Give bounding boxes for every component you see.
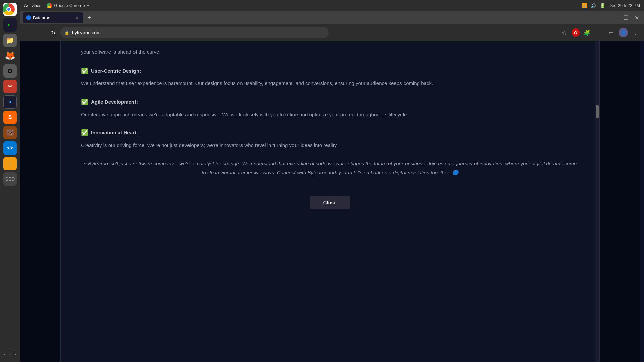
scrollbar[interactable] [595, 41, 599, 362]
sidebar-vscode-icon[interactable]: </> [3, 141, 17, 155]
new-tab-button[interactable]: + [85, 13, 94, 22]
sidebar-update-icon[interactable]: ↓ [3, 157, 17, 170]
profile-button[interactable]: 👤 [619, 28, 628, 37]
sidebar-scratch-icon[interactable]: ✏ [3, 80, 17, 93]
feature-2-title: Agile Development: [91, 98, 138, 106]
sidebar-kali-icon[interactable]: ✦ [3, 95, 17, 109]
browser-window: Activities Google Chrome ▾ 📶 🔊 🔋 Dec 29 … [20, 0, 644, 362]
sidebar-terminal-icon[interactable]: >_ [3, 18, 17, 32]
os-system-tray: 📶 🔊 🔋 Dec 29 5:22 PM [582, 3, 640, 8]
linux-sidebar: >_ 📁 🦊 ⚙ ✏ ✦ S 🐻 </> ↓ SSD ⋮⋮⋮ [0, 0, 20, 362]
sidebar-sublime-icon[interactable]: S [3, 111, 17, 124]
os-browser-label: Google Chrome ▾ [47, 3, 89, 8]
feature-2-description: Our iterative approach means we're adapt… [81, 110, 579, 119]
toolbar-actions: ☆ O 🧩 ⋮ ▭ 👤 ⋮ [559, 28, 640, 37]
modal-overlay: your software is ahead of the curve. ✅ U… [20, 41, 640, 362]
extensions-icon[interactable]: 🧩 [582, 28, 592, 37]
network-icon: 📶 [582, 3, 587, 8]
sidebar-firefox-icon[interactable]: 🦊 [3, 49, 17, 62]
back-button[interactable]: ← [24, 28, 34, 37]
modal-closing-text: ~ Bytearoo isn't just a software company… [81, 159, 579, 177]
browser-tab-bytearoo[interactable]: Bytearoo × [23, 12, 83, 23]
close-window-button[interactable]: ✕ [632, 13, 641, 22]
sidebar-chrome-icon[interactable] [3, 3, 17, 16]
sidebar-files-icon[interactable]: 📁 [3, 34, 17, 47]
os-top-bar: Activities Google Chrome ▾ 📶 🔊 🔋 Dec 29 … [20, 0, 644, 11]
sound-icon: 🔊 [591, 3, 596, 8]
modal-content: your software is ahead of the curve. ✅ U… [61, 41, 599, 190]
sidebar-settings-icon[interactable]: ⚙ [3, 64, 17, 78]
profile-avatar: 👤 [621, 30, 626, 35]
url-text: bytearoo.com [72, 30, 101, 35]
maximize-button[interactable]: ❐ [621, 13, 631, 22]
os-chrome-dot-icon [47, 3, 52, 8]
scrollbar-thumb[interactable] [596, 105, 599, 118]
feature-2-check-icon: ✅ [81, 97, 88, 107]
split-screen-icon[interactable]: ▭ [606, 28, 616, 37]
feature-section-1: ✅ User-Centric Design: We understand tha… [81, 66, 579, 88]
modal-close-area: Close [61, 190, 599, 216]
tab-close-button[interactable]: × [74, 15, 80, 20]
feature-3-description: Creativity is our driving force. We're n… [81, 141, 579, 150]
url-security-icon: 🔒 [64, 30, 69, 35]
os-dropdown-icon[interactable]: ▾ [87, 3, 89, 8]
url-bar[interactable]: 🔒 bytearoo.com [60, 27, 329, 38]
battery-icon: 🔋 [600, 3, 605, 8]
window-controls: — ❐ ✕ [610, 13, 641, 22]
feature-section-3: ✅ Innovation at Heart: Creativity is our… [81, 128, 579, 149]
feature-1-description: We understand that user experience is pa… [81, 79, 579, 88]
datetime-label: Dec 29 5:22 PM [609, 3, 640, 8]
sidebar-bear-icon[interactable]: 🐻 [3, 126, 17, 139]
os-browser-name: Google Chrome [54, 3, 85, 8]
sidebar-disk-icon[interactable]: SSD [3, 172, 17, 186]
feature-section-2: ✅ Agile Development: Our iterative appro… [81, 97, 579, 119]
tab-bar: Bytearoo × + — ❐ ✕ [20, 11, 644, 24]
close-modal-button[interactable]: Close [310, 196, 351, 209]
feature-3-title: Innovation at Heart: [91, 129, 138, 137]
more-options-icon[interactable]: ⋮ [631, 28, 640, 37]
minimize-button[interactable]: — [610, 13, 620, 22]
opera-icon[interactable]: O [572, 28, 580, 37]
tab-label: Bytearoo [33, 15, 72, 20]
modal-box: your software is ahead of the curve. ✅ U… [60, 41, 600, 362]
browser-menu-icon[interactable]: ⋮ [594, 28, 604, 37]
tab-favicon [26, 15, 31, 20]
bookmark-icon[interactable]: ☆ [559, 28, 569, 37]
modal-intro-text: your software is ahead of the curve. [81, 48, 579, 56]
feature-1-title: User-Centric Design: [91, 67, 141, 75]
address-bar: ← → ↻ 🔒 bytearoo.com ☆ O 🧩 ⋮ ▭ 👤 ⋮ [20, 24, 644, 41]
feature-3-check-icon: ✅ [81, 128, 88, 138]
sidebar-apps-grid-icon[interactable]: ⋮⋮⋮ [3, 346, 17, 359]
forward-button[interactable]: → [36, 28, 46, 37]
activities-label[interactable]: Activities [24, 3, 41, 8]
reload-button[interactable]: ↻ [48, 28, 58, 37]
web-content-area: HOME ABOUT EXPERTISE CONTACT your softwa… [20, 41, 644, 362]
feature-1-check-icon: ✅ [81, 66, 88, 76]
